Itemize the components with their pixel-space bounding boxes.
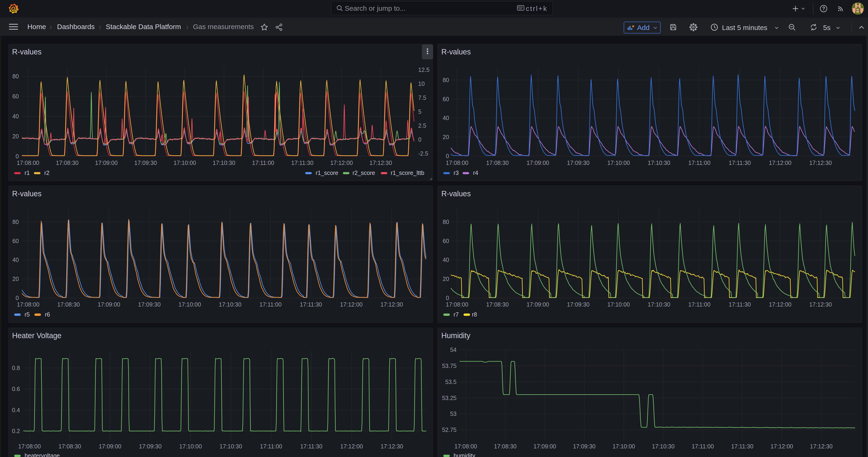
svg-text:17:09:30: 17:09:30: [139, 443, 161, 450]
svg-text:17:12:30: 17:12:30: [809, 301, 832, 308]
svg-text:0.2: 0.2: [12, 428, 20, 434]
svg-text:17:08:00: 17:08:00: [455, 443, 477, 450]
svg-text:12.5: 12.5: [418, 66, 430, 73]
svg-text:17:10:00: 17:10:00: [174, 159, 196, 166]
svg-text:0.6: 0.6: [12, 386, 20, 392]
svg-text:17:09:30: 17:09:30: [567, 159, 590, 166]
svg-text:17:12:00: 17:12:00: [770, 443, 793, 450]
svg-text:17:11:00: 17:11:00: [688, 159, 710, 166]
svg-text:10: 10: [418, 81, 425, 87]
svg-text:17:12:30: 17:12:30: [810, 443, 832, 450]
svg-text:53.5: 53.5: [445, 378, 457, 385]
svg-text:20: 20: [443, 276, 449, 282]
svg-text:7.5: 7.5: [418, 94, 426, 101]
svg-text:17:11:00: 17:11:00: [691, 443, 714, 450]
svg-text:0: 0: [446, 153, 449, 159]
svg-text:17:09:30: 17:09:30: [567, 301, 590, 308]
svg-text:80: 80: [443, 219, 449, 225]
svg-text:40: 40: [12, 113, 19, 120]
svg-text:0: 0: [418, 136, 422, 143]
svg-text:60: 60: [443, 96, 449, 102]
svg-text:17:11:30: 17:11:30: [729, 159, 751, 166]
svg-text:60: 60: [12, 238, 19, 244]
svg-text:80: 80: [12, 219, 19, 225]
svg-text:17:08:30: 17:08:30: [486, 159, 508, 166]
svg-text:17:10:00: 17:10:00: [607, 159, 630, 166]
svg-text:80: 80: [12, 73, 19, 80]
svg-text:17:11:00: 17:11:00: [259, 301, 281, 308]
svg-text:17:11:30: 17:11:30: [291, 159, 313, 166]
svg-text:17:10:30: 17:10:30: [648, 301, 670, 308]
svg-text:17:11:00: 17:11:00: [252, 159, 274, 166]
svg-text:17:12:30: 17:12:30: [809, 159, 832, 166]
svg-text:53: 53: [450, 410, 457, 417]
svg-text:17:10:30: 17:10:30: [219, 443, 242, 450]
svg-text:17:09:00: 17:09:00: [98, 301, 120, 308]
svg-text:17:11:30: 17:11:30: [729, 301, 751, 308]
svg-text:53.25: 53.25: [442, 395, 457, 401]
svg-text:20: 20: [12, 276, 19, 282]
svg-text:17:08:00: 17:08:00: [18, 443, 41, 450]
svg-text:80: 80: [443, 77, 449, 83]
svg-text:17:10:00: 17:10:00: [607, 301, 630, 308]
svg-text:17:08:30: 17:08:30: [494, 443, 517, 450]
svg-text:17:09:00: 17:09:00: [527, 301, 549, 308]
svg-text:40: 40: [443, 115, 449, 121]
svg-text:0.8: 0.8: [12, 365, 20, 371]
svg-text:17:08:00: 17:08:00: [17, 301, 39, 308]
svg-text:20: 20: [12, 133, 19, 140]
svg-text:17:09:00: 17:09:00: [533, 443, 556, 450]
svg-text:20: 20: [443, 134, 449, 140]
svg-text:17:10:30: 17:10:30: [648, 159, 670, 166]
svg-text:17:08:30: 17:08:30: [56, 159, 78, 166]
svg-text:17:08:30: 17:08:30: [486, 301, 508, 308]
svg-text:2.5: 2.5: [418, 122, 426, 129]
svg-text:17:09:00: 17:09:00: [99, 443, 121, 450]
svg-text:17:10:30: 17:10:30: [219, 301, 241, 308]
svg-text:17:12:00: 17:12:00: [340, 301, 363, 308]
svg-text:17:12:00: 17:12:00: [769, 159, 791, 166]
svg-text:40: 40: [12, 256, 19, 263]
svg-text:17:11:30: 17:11:30: [300, 443, 322, 450]
svg-text:17:11:00: 17:11:00: [688, 301, 710, 308]
svg-text:17:09:30: 17:09:30: [138, 301, 161, 308]
svg-text:17:12:30: 17:12:30: [380, 443, 403, 450]
svg-text:17:11:00: 17:11:00: [260, 443, 282, 450]
svg-text:40: 40: [443, 256, 449, 263]
svg-text:0.4: 0.4: [12, 407, 20, 413]
svg-text:17:12:30: 17:12:30: [369, 159, 392, 166]
svg-text:53.75: 53.75: [442, 363, 457, 369]
svg-text:17:08:30: 17:08:30: [57, 301, 80, 308]
svg-text:17:10:00: 17:10:00: [179, 301, 201, 308]
svg-text:17:10:00: 17:10:00: [613, 443, 635, 450]
svg-text:17:10:30: 17:10:30: [213, 159, 235, 166]
svg-text:17:09:30: 17:09:30: [134, 159, 157, 166]
svg-text:17:12:30: 17:12:30: [380, 301, 403, 308]
svg-text:17:10:00: 17:10:00: [179, 443, 202, 450]
svg-text:5: 5: [418, 109, 422, 115]
svg-text:17:09:00: 17:09:00: [527, 159, 549, 166]
svg-text:-2.5: -2.5: [418, 150, 428, 157]
svg-text:17:11:30: 17:11:30: [731, 443, 753, 450]
svg-text:17:12:00: 17:12:00: [769, 301, 791, 308]
svg-text:17:09:30: 17:09:30: [573, 443, 595, 450]
svg-text:52.75: 52.75: [442, 427, 457, 433]
svg-text:17:12:00: 17:12:00: [340, 443, 363, 450]
svg-text:0: 0: [446, 295, 449, 301]
svg-text:54: 54: [450, 346, 457, 353]
svg-text:17:08:00: 17:08:00: [17, 159, 39, 166]
svg-text:17:11:30: 17:11:30: [300, 301, 322, 308]
svg-text:0: 0: [16, 153, 19, 159]
svg-text:60: 60: [443, 238, 449, 244]
svg-text:17:10:30: 17:10:30: [652, 443, 675, 450]
svg-text:17:08:30: 17:08:30: [59, 443, 81, 450]
svg-text:17:12:00: 17:12:00: [330, 159, 353, 166]
svg-text:17:08:00: 17:08:00: [445, 301, 468, 308]
svg-text:0: 0: [16, 295, 19, 301]
svg-text:60: 60: [12, 93, 19, 99]
svg-text:17:08:00: 17:08:00: [445, 159, 468, 166]
svg-text:17:09:00: 17:09:00: [95, 159, 118, 166]
